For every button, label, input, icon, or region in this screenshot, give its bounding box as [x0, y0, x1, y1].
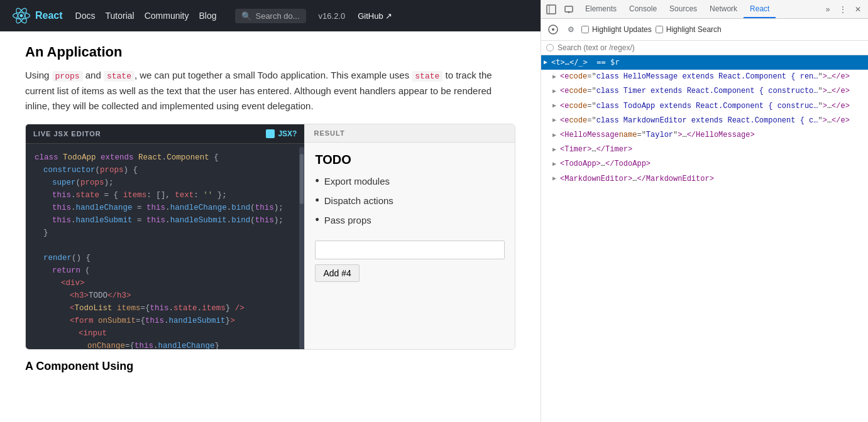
nav-search[interactable]: 🔍 Search do... — [235, 9, 305, 23]
tree-row-3[interactable]: ▶ <e code="class TodoApp extends React.C… — [541, 99, 868, 114]
jsx-label: JSX? — [278, 129, 297, 138]
search-circle-icon — [546, 44, 554, 51]
tab-sources[interactable]: Sources — [663, 1, 703, 18]
todo-item-0: Export modules — [315, 175, 505, 188]
jsx-checkbox[interactable]: ✓ — [266, 129, 275, 138]
svg-point-10 — [552, 28, 554, 31]
result-panel: RESULT TODO Export modules Dispatch acti… — [304, 124, 515, 349]
tree-arrow-5: ▶ — [552, 131, 559, 141]
live-editor-container: LIVE JSX EDITOR ✓ JSX? class TodoApp ext… — [25, 124, 515, 350]
tree-row-1[interactable]: ▶ <e code="class HelloMessage extends Re… — [541, 70, 868, 84]
page-content: An Application Using props and state, we… — [0, 31, 541, 422]
search-placeholder-text: Search do... — [255, 11, 299, 21]
svg-rect-6 — [565, 6, 573, 12]
page-title: An Application — [25, 44, 515, 60]
tree-arrow-1: ▶ — [552, 72, 559, 82]
tab-network[interactable]: Network — [703, 1, 744, 18]
highlight-updates-label[interactable]: Highlight Updates — [581, 25, 652, 34]
highlight-updates-checkbox[interactable] — [581, 26, 589, 33]
tree-arrow-4: ▶ — [552, 116, 559, 126]
tree-row-7[interactable]: ▶ <TodoApp>…</TodoApp> — [541, 157, 868, 171]
device-icon-btn[interactable] — [561, 2, 576, 17]
left-panel: React Docs Tutorial Community Blog 🔍 Sea… — [0, 0, 541, 422]
close-devtools-button[interactable]: ✕ — [850, 2, 865, 17]
highlight-search-label[interactable]: Highlight Search — [656, 25, 722, 34]
editor-title: LIVE JSX EDITOR — [33, 130, 101, 138]
devtools-tab-bar: Elements Console Sources Network React »… — [541, 0, 868, 19]
tree-row-6[interactable]: ▶ <Timer>…</Timer> — [541, 143, 868, 157]
react-logo-icon — [13, 7, 30, 24]
nav-bar: React Docs Tutorial Community Blog 🔍 Sea… — [0, 0, 541, 31]
tree-arrow-0: ▶ — [544, 58, 550, 68]
tab-react[interactable]: React — [744, 1, 776, 18]
nav-link-community[interactable]: Community — [145, 11, 189, 21]
tree-row-5[interactable]: ▶ <HelloMessage name="Taylor" >…</HelloM… — [541, 128, 868, 143]
svg-rect-4 — [547, 5, 556, 14]
highlight-search-text: Highlight Search — [666, 25, 722, 34]
nav-link-blog[interactable]: Blog — [199, 11, 216, 21]
todo-input[interactable] — [315, 241, 505, 259]
result-content: TODO Export modules Dispatch actions Pas… — [305, 143, 515, 292]
settings-btn[interactable]: ⚙ — [564, 23, 578, 36]
add-todo-button[interactable]: Add #4 — [315, 264, 359, 282]
jsx-toggle[interactable]: ✓ JSX? — [266, 129, 297, 138]
tree-arrow-3: ▶ — [552, 101, 559, 111]
react-devtools-bar: ⚙ Highlight Updates Highlight Search — [541, 19, 868, 41]
react-search-input[interactable] — [558, 43, 863, 52]
tab-elements[interactable]: Elements — [579, 1, 623, 18]
result-title: TODO — [315, 153, 505, 167]
search-icon: 🔍 — [241, 11, 251, 21]
react-search-bar — [541, 41, 868, 55]
inline-code-props: props — [52, 71, 83, 82]
editor-scrollbar-thumb[interactable] — [300, 154, 304, 204]
page-paragraph: Using props and state, we can put togeth… — [25, 68, 515, 114]
nav-github[interactable]: GitHub ↗ — [358, 11, 392, 21]
highlight-search-checkbox[interactable] — [656, 26, 663, 33]
overflow-button[interactable]: » — [820, 2, 835, 17]
tree-arrow-7: ▶ — [552, 160, 559, 170]
editor-header: LIVE JSX EDITOR ✓ JSX? — [26, 124, 304, 144]
tree-row-2[interactable]: ▶ <e code="class Timer extends React.Com… — [541, 84, 868, 99]
highlight-updates-text: Highlight Updates — [592, 25, 652, 34]
editor-code[interactable]: class TodoApp extends React.Component { … — [26, 144, 304, 349]
editor-panel: LIVE JSX EDITOR ✓ JSX? class TodoApp ext… — [26, 124, 304, 349]
tree-row-4[interactable]: ▶ <e code="class MarkdownEditor extends … — [541, 114, 868, 128]
devtools-panel: Elements Console Sources Network React »… — [541, 0, 868, 422]
inline-code-state2: state — [412, 71, 442, 82]
more-options-button[interactable]: ⋮ — [835, 2, 850, 17]
tree-node-0: <t>…</_> == $r — [551, 57, 619, 68]
editor-scrollbar[interactable] — [299, 147, 304, 349]
result-header: RESULT — [305, 124, 515, 143]
inspect-element-btn[interactable] — [546, 23, 560, 36]
devtools-toolbar-icons — [544, 2, 576, 17]
nav-logo[interactable]: React — [13, 7, 63, 24]
nav-link-docs[interactable]: Docs — [75, 11, 96, 21]
nav-logo-text: React — [35, 10, 63, 21]
nav-links: Docs Tutorial Community Blog — [75, 11, 217, 21]
tree-arrow-6: ▶ — [552, 145, 559, 155]
tab-overflow: » ⋮ ✕ — [820, 2, 865, 17]
tree-arrow-2: ▶ — [552, 87, 559, 97]
inline-code-state: state — [104, 71, 135, 82]
cursor-icon-btn[interactable] — [544, 2, 559, 17]
todo-item-2: Pass props — [315, 214, 505, 227]
tree-row-8[interactable]: ▶ <MarkdownEditor>…</MarkdownEditor> — [541, 172, 868, 187]
tree-row-selected[interactable]: ▶ <t>…</_> == $r — [541, 55, 868, 70]
component-tree: ▶ <t>…</_> == $r ▶ <e code="class HelloM… — [541, 55, 868, 422]
tree-arrow-8: ▶ — [552, 174, 559, 184]
nav-link-tutorial[interactable]: Tutorial — [105, 11, 134, 21]
svg-point-0 — [20, 14, 23, 18]
nav-version: v16.2.0 — [319, 11, 346, 21]
todo-item-1: Dispatch actions — [315, 194, 505, 207]
tab-console[interactable]: Console — [623, 1, 663, 18]
next-section-title: A Component Using — [25, 360, 515, 373]
